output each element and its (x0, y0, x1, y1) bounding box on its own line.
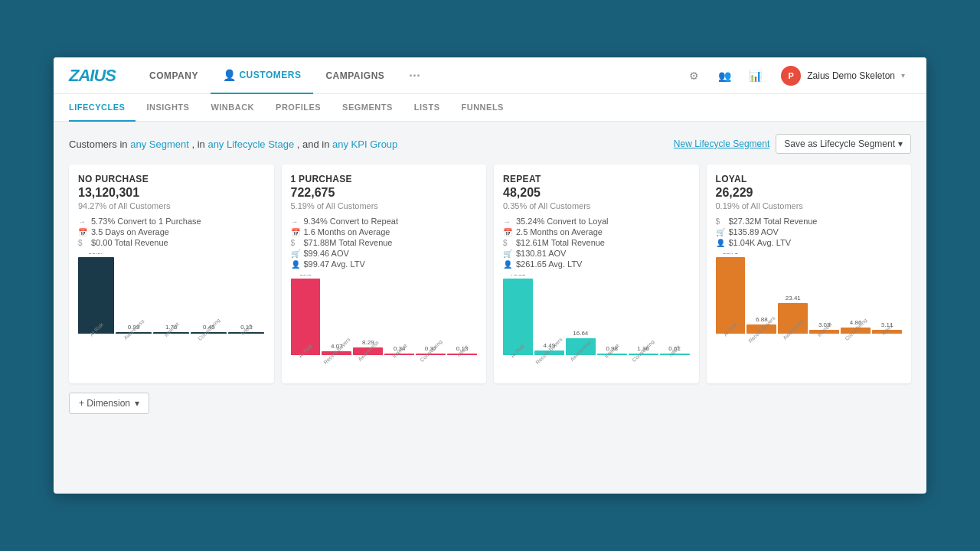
bar-group: 6.88 Recent Buyers (746, 253, 776, 334)
app-container: ZAIUS COMPANY 👤 CUSTOMERS CAMPAIGNS ··· … (54, 57, 926, 494)
bar-group: 96.67 At Risk (78, 253, 114, 334)
bar-group: 86.8 At Risk (291, 275, 321, 355)
sub-nav-segments[interactable]: SEGMENTS (332, 94, 403, 122)
card-pct: 5.19% of All Customers (291, 201, 478, 210)
sub-nav-lists[interactable]: LISTS (403, 94, 451, 122)
card-stats: → 5.73% Convert to 1 Purchase 📅 3.5 Days… (78, 217, 265, 247)
filter-bar: Customers in any Segment , in any Lifecy… (69, 134, 911, 154)
stat-icon: 🛒 (503, 249, 512, 258)
nav-item-customers[interactable]: 👤 CUSTOMERS (211, 57, 313, 94)
stat-text: $0.00 Total Revenue (91, 238, 168, 247)
bar-group: 0.45 Considering (191, 253, 227, 334)
sub-nav-winback[interactable]: WINBACK (200, 94, 265, 122)
bar-group: 23.41 Awareness (778, 253, 808, 334)
stat-icon: 📅 (291, 228, 300, 236)
stat-icon: $ (503, 239, 512, 247)
stat-row: 📅 1.6 Months on Average (291, 227, 478, 236)
users-icon[interactable]: 👥 (714, 65, 735, 86)
bar-group: 1.36 Considering (629, 275, 658, 355)
stat-text: $99.47 Avg. LTV (304, 259, 365, 269)
user-avatar: P (781, 66, 801, 86)
bar-group: 0.98 Interest (597, 275, 627, 355)
bar-group: 3.03 Interest (809, 253, 839, 334)
user-badge[interactable]: P Zaius Demo Skeleton ▾ (775, 63, 911, 89)
user-chevron-icon: ▾ (901, 71, 905, 80)
bar-group: 4.07 Recent Buyers (322, 275, 351, 355)
dimension-button[interactable]: + Dimension ▾ (69, 393, 149, 414)
sub-nav-profiles[interactable]: PROFILES (265, 94, 332, 122)
customers-icon: 👤 (223, 69, 237, 81)
bar-group: 8.29 Awareness (353, 275, 383, 355)
stat-icon: → (503, 217, 512, 226)
company-label: COMPANY (149, 70, 198, 81)
card-title: LOYAL (716, 174, 903, 184)
more-label: ··· (409, 69, 420, 83)
segment-filter-link[interactable]: any Segment (130, 139, 189, 150)
stat-row: 👤 $261.65 Avg. LTV (503, 259, 690, 269)
card-title: NO PURCHASE (78, 174, 265, 184)
top-nav: ZAIUS COMPANY 👤 CUSTOMERS CAMPAIGNS ··· … (54, 57, 926, 94)
card-count: 48,205 (503, 186, 690, 200)
bar-group: 16.64 Awareness (566, 275, 596, 355)
stat-text: $135.89 AOV (729, 227, 779, 236)
stat-row: 👤 $1.04K Avg. LTV (716, 238, 903, 247)
bar-group: 0.61 Intent (660, 275, 690, 355)
stat-text: $99.46 AOV (304, 249, 349, 258)
nav-item-more[interactable]: ··· (397, 57, 433, 94)
stat-text: $71.88M Total Revenue (304, 238, 393, 247)
save-as-lifecycle-segment-button[interactable]: Save as Lifecycle Segment ▾ (776, 134, 911, 154)
lifecycle-filter-link[interactable]: any Lifecycle Stage (207, 139, 294, 150)
nav-item-campaigns[interactable]: CAMPAIGNS (313, 57, 397, 94)
cards-grid: NO PURCHASE 13,120,301 94.27% of All Cus… (69, 165, 911, 383)
save-chevron-icon: ▾ (898, 139, 903, 149)
nav-item-company[interactable]: COMPANY (137, 57, 211, 94)
stat-row: 📅 2.5 Months on Average (503, 227, 690, 236)
stat-text: $1.04K Avg. LTV (729, 238, 792, 247)
bar-group: 58.71 At Risk (716, 253, 746, 334)
stat-text: 9.34% Convert to Repeat (304, 217, 399, 226)
lifecycle-card: REPEAT 48,205 0.35% of All Customers → 3… (494, 165, 699, 383)
stat-text: 1.6 Months on Average (304, 227, 390, 236)
stat-text: 5.73% Convert to 1 Purchase (91, 217, 201, 226)
bar-group: 75.92 At Risk (503, 275, 533, 355)
stat-icon: $ (78, 239, 87, 247)
stat-row: $ $0.00 Total Revenue (78, 238, 265, 247)
stat-icon: 🛒 (716, 228, 725, 236)
stat-text: $12.61M Total Revenue (516, 238, 605, 247)
stat-text: $130.81 AOV (516, 249, 566, 258)
sub-nav-funnels[interactable]: FUNNELS (451, 94, 514, 122)
lifecycle-card: LOYAL 26,229 0.19% of All Customers $ $2… (707, 165, 912, 383)
stat-icon: $ (716, 217, 725, 226)
filter-actions: New Lifecycle Segment Save as Lifecycle … (674, 134, 911, 154)
stat-row: → 35.24% Convert to Loyal (503, 217, 690, 226)
stat-row: → 5.73% Convert to 1 Purchase (78, 217, 265, 226)
new-lifecycle-segment-button[interactable]: New Lifecycle Segment (674, 139, 769, 149)
sub-nav-lifecycles[interactable]: LIFECYCLES (69, 94, 136, 122)
stat-icon: → (291, 217, 300, 226)
bar-group: 4.49 Recent Buyers (534, 275, 564, 355)
stat-row: 📅 3.5 Days on Average (78, 227, 265, 236)
stat-row: $ $27.32M Total Revenue (716, 217, 903, 226)
stat-icon: $ (291, 239, 300, 247)
stat-row: 🛒 $99.46 AOV (291, 249, 478, 258)
filter-text: Customers in any Segment , in any Lifecy… (69, 139, 397, 150)
sub-nav-insights[interactable]: INSIGHTS (136, 94, 200, 122)
stat-row: 🛒 $135.89 AOV (716, 227, 903, 236)
stat-text: $261.65 Avg. LTV (516, 259, 582, 269)
settings-icon[interactable]: ⚙ (683, 65, 704, 86)
stat-icon: → (78, 217, 87, 226)
bar-group: 0.13 Intent (447, 275, 477, 355)
card-stats: → 9.34% Convert to Repeat 📅 1.6 Months o… (291, 217, 478, 269)
analytics-icon[interactable]: 📊 (744, 65, 766, 86)
bar-group: 0.34 Interest (384, 275, 414, 355)
bar-group: 0.37 Considering (416, 275, 446, 355)
bar-group: 0.13 Intent (228, 253, 264, 334)
customers-label: CUSTOMERS (239, 70, 301, 80)
bar-group: 0.99 Awareness (116, 253, 152, 334)
dimension-chevron-icon: ▾ (135, 398, 139, 409)
card-title: 1 PURCHASE (291, 174, 478, 184)
card-pct: 0.19% of All Customers (716, 201, 903, 210)
kpi-filter-link[interactable]: any KPI Group (332, 139, 397, 150)
stat-icon: 📅 (78, 228, 87, 236)
stat-row: 🛒 $130.81 AOV (503, 249, 690, 258)
